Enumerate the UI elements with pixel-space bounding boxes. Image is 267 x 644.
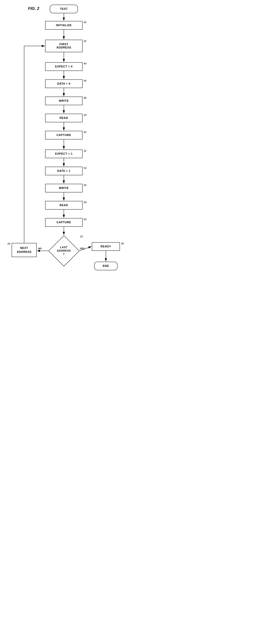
fig-label: FIG. 2 xyxy=(28,6,39,11)
end-shape: END xyxy=(94,262,118,270)
read1-ref: 49 xyxy=(84,114,86,116)
data1-shape: DATA = 1 xyxy=(45,167,82,175)
last-address-shape: LASTADDRESS? xyxy=(48,235,79,266)
flowchart: NO YES TEST INITIALIZE 40 FIRST ADDRESS … xyxy=(0,0,133,12)
write1-shape: WRITE xyxy=(45,96,82,105)
ready-shape: READY xyxy=(92,242,120,251)
write2-shape: WRITE xyxy=(45,184,82,192)
data0-ref: 46 xyxy=(84,80,86,82)
read1-shape: READ xyxy=(45,114,82,122)
last-address-ref: 62 xyxy=(80,235,83,238)
expect1-label: EXPECT = 1 xyxy=(55,152,73,156)
test-label: TEST xyxy=(60,7,68,10)
initialize-ref: 40 xyxy=(84,21,86,24)
data0-label: DATA = 0 xyxy=(57,82,70,85)
initialize-shape: INITIALIZE xyxy=(45,21,82,30)
expect1-ref: 52 xyxy=(84,150,86,152)
capture2-ref: 60 xyxy=(84,218,86,221)
expect0-label: EXPECT = 0 xyxy=(55,65,73,68)
read2-ref: 58 xyxy=(84,201,86,204)
capture1-shape: CAPTURE xyxy=(45,131,82,140)
test-shape: TEST xyxy=(50,5,78,13)
last-address-label: LASTADDRESS? xyxy=(48,246,79,256)
initialize-label: INITIALIZE xyxy=(56,24,72,27)
next-address-label: NEXT ADDRESS xyxy=(17,246,31,254)
end-label: END xyxy=(103,264,109,268)
svg-line-16 xyxy=(79,246,92,251)
expect0-shape: EXPECT = 0 xyxy=(45,62,82,71)
capture2-label: CAPTURE xyxy=(56,221,71,224)
write1-ref: 48 xyxy=(84,96,86,100)
next-address-shape: NEXT ADDRESS xyxy=(12,243,36,257)
expect1-shape: EXPECT = 1 xyxy=(45,150,82,158)
ready-ref: 66 xyxy=(121,242,124,245)
write1-label: WRITE xyxy=(59,99,69,102)
write2-label: WRITE xyxy=(59,186,69,190)
read2-label: READ xyxy=(59,204,68,207)
data1-label: DATA = 1 xyxy=(57,169,70,172)
ready-label: READY xyxy=(101,245,111,248)
first-address-ref: 42 xyxy=(84,40,86,42)
svg-text:YES: YES xyxy=(80,247,84,250)
svg-text:NO: NO xyxy=(38,247,42,250)
data0-shape: DATA = 0 xyxy=(45,80,82,88)
capture2-shape: CAPTURE xyxy=(45,218,82,227)
data1-ref: 54 xyxy=(84,167,86,170)
read2-shape: READ xyxy=(45,201,82,210)
next-address-ref: 64 xyxy=(7,242,10,245)
capture1-label: CAPTURE xyxy=(56,134,71,137)
first-address-shape: FIRST ADDRESS xyxy=(45,40,82,52)
first-address-label: FIRST ADDRESS xyxy=(56,43,71,49)
read1-label: READ xyxy=(59,116,68,120)
write2-ref: 56 xyxy=(84,184,86,187)
capture1-ref: 50 xyxy=(84,131,86,134)
expect0-ref: 44 xyxy=(84,62,86,65)
